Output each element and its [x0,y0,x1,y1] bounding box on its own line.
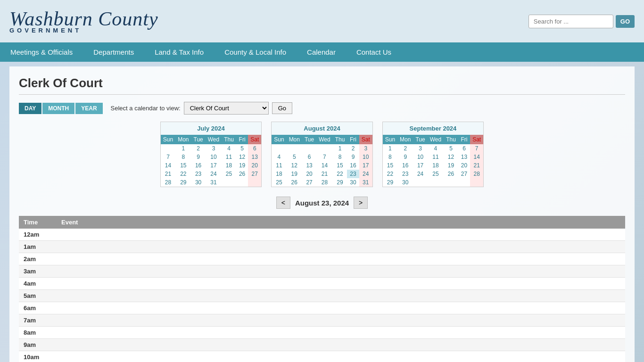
calendar-day-link[interactable]: 26 [291,179,297,186]
calendar-day[interactable]: 16 [347,161,359,170]
calendar-day-link[interactable]: 5 [293,154,296,160]
calendar-day[interactable]: 25 [222,170,236,178]
calendar-select-dropdown[interactable]: Clerk Of Court County Board Planning Zon… [184,102,269,115]
calendar-day-link[interactable]: 30 [402,179,408,186]
nav-item-calendar[interactable]: Calendar [297,42,346,62]
calendar-day[interactable]: 23 [347,170,359,178]
calendar-day-link[interactable]: 29 [180,179,186,186]
calendar-day[interactable]: 7 [470,144,483,153]
calendar-day[interactable]: 11 [222,153,236,161]
calendar-day[interactable]: 4 [222,144,236,153]
calendar-day[interactable]: 5 [444,144,458,153]
calendar-day-link[interactable]: 1 [388,145,392,152]
calendar-day-link[interactable]: 16 [350,162,356,169]
calendar-day-link[interactable]: 31 [363,179,369,186]
calendar-day-link[interactable]: 30 [350,179,356,186]
calendar-day[interactable]: 12 [287,161,302,170]
calendar-day-link[interactable]: 7 [323,154,326,160]
calendar-day-link[interactable]: 16 [402,162,408,169]
calendar-day-link[interactable]: 13 [461,154,467,160]
calendar-day-link[interactable]: 12 [291,162,297,169]
calendar-day-link[interactable]: 21 [322,171,328,177]
calendar-day-link[interactable]: 18 [226,162,232,169]
calendar-day[interactable]: 25 [428,170,444,178]
calendar-day[interactable]: 18 [272,170,286,178]
calendar-day-link[interactable]: 3 [419,145,422,152]
calendar-day-link[interactable]: 1 [182,145,185,152]
calendar-day-link[interactable]: 5 [240,145,244,152]
calendar-day-link[interactable]: 24 [417,171,423,177]
calendar-day[interactable]: 5 [287,153,302,161]
calendar-day[interactable]: 29 [175,178,191,187]
calendar-day-link[interactable]: 20 [306,171,312,177]
calendar-day-link[interactable]: 5 [449,145,453,152]
calendar-day-link[interactable]: 22 [337,171,343,177]
calendar-day-link[interactable]: 11 [226,154,232,160]
calendar-day[interactable]: 21 [316,170,332,178]
calendar-day[interactable]: 24 [413,170,427,178]
calendar-day[interactable]: 30 [397,178,413,187]
calendar-day-link[interactable]: 31 [210,179,216,186]
calendar-day-link[interactable]: 9 [352,154,355,160]
calendar-day-link[interactable]: 6 [308,154,311,160]
calendar-day-link[interactable]: 17 [417,162,423,169]
search-button[interactable]: GO [616,15,635,28]
calendar-day[interactable]: 16 [397,161,413,170]
calendar-day[interactable]: 9 [397,153,413,161]
calendar-day[interactable]: 13 [248,153,261,161]
calendar-day-link[interactable]: 29 [337,179,343,186]
calendar-day-link[interactable]: 10 [417,154,423,160]
nav-item-meetings[interactable]: Meetings & Officials [0,42,83,62]
calendar-day[interactable]: 23 [397,170,413,178]
calendar-day-link[interactable]: 25 [432,171,438,177]
calendar-day[interactable]: 31 [359,178,372,187]
calendar-day[interactable]: 28 [161,178,175,187]
calendar-day-link[interactable]: 9 [197,154,200,160]
calendar-day[interactable]: 19 [287,170,302,178]
calendar-day[interactable]: 1 [383,144,397,153]
calendar-day[interactable]: 17 [206,161,222,170]
calendar-day-link[interactable]: 15 [337,162,343,169]
calendar-day[interactable]: 19 [444,161,458,170]
calendar-day[interactable]: 19 [236,161,248,170]
calendar-day[interactable]: 4 [272,153,286,161]
nav-item-departments[interactable]: Departments [83,42,144,62]
calendar-day-link[interactable]: 14 [165,162,171,169]
calendar-day-link[interactable]: 20 [461,162,467,169]
calendar-day-link[interactable]: 12 [448,154,454,160]
calendar-day-link[interactable]: 18 [276,171,282,177]
calendar-day[interactable]: 26 [287,178,302,187]
calendar-day-link[interactable]: 10 [210,154,216,160]
calendar-day[interactable]: 26 [444,170,458,178]
calendar-day[interactable]: 11 [428,153,444,161]
calendar-day[interactable]: 30 [191,178,206,187]
calendar-day[interactable]: 1 [175,144,191,153]
calendar-day[interactable]: 1 [333,144,347,153]
calendar-day[interactable]: 6 [458,144,470,153]
calendar-day[interactable]: 25 [272,178,286,187]
calendar-day-link[interactable]: 2 [197,145,200,152]
calendar-day-link[interactable]: 28 [165,179,171,186]
calendar-day[interactable]: 23 [191,170,206,178]
nav-item-land-tax[interactable]: Land & Tax Info [144,42,214,62]
calendar-day-link[interactable]: 2 [352,145,355,152]
calendar-day[interactable]: 24 [206,170,222,178]
calendar-day-link[interactable]: 17 [363,162,369,169]
calendar-day-link[interactable]: 27 [252,171,258,177]
calendar-day-link[interactable]: 21 [474,162,480,169]
calendar-day-link[interactable]: 10 [363,154,369,160]
calendar-day[interactable]: 3 [206,144,222,153]
calendar-day-link[interactable]: 13 [306,162,312,169]
calendar-day[interactable]: 7 [161,153,175,161]
calendar-go-button[interactable]: Go [272,102,292,114]
calendar-day-link[interactable]: 6 [253,145,256,152]
calendar-day-link[interactable]: 12 [239,154,245,160]
calendar-day-link[interactable]: 14 [322,162,328,169]
calendar-day-link[interactable]: 8 [182,154,185,160]
calendar-day[interactable]: 3 [413,144,427,153]
calendar-day-link[interactable]: 6 [462,145,466,152]
calendar-day-link[interactable]: 9 [404,154,407,160]
calendar-day-link[interactable]: 20 [252,162,258,169]
calendar-day-link[interactable]: 24 [210,171,216,177]
calendar-day[interactable]: 20 [458,161,470,170]
